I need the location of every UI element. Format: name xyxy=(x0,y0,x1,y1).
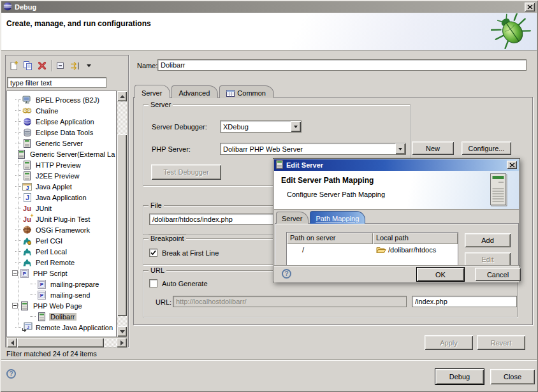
svg-text:J: J xyxy=(25,194,29,201)
tree-item-php-web-page[interactable]: PHP Web Page xyxy=(7,300,116,311)
tree-item-label[interactable]: J2EE Preview xyxy=(34,172,80,180)
dialog-close-button[interactable] xyxy=(507,161,517,169)
tree-item-label[interactable]: PHP Script xyxy=(32,270,69,277)
collapse-all-icon[interactable] xyxy=(54,59,68,73)
tree-item-label[interactable]: BPEL Process (B2J) xyxy=(34,96,101,104)
tree-item-junit[interactable]: JuJUnit xyxy=(7,203,116,214)
tree-connector xyxy=(15,175,21,176)
tree-item-eclipse-application[interactable]: Eclipse Application xyxy=(7,116,116,127)
tree-item-bpel-process-b2j-[interactable]: BPEL Process (B2J) xyxy=(7,94,116,105)
debug-button[interactable]: Debug xyxy=(435,369,484,384)
new-configuration-icon[interactable] xyxy=(7,59,21,73)
tree-item-label[interactable]: Remote Java Application xyxy=(34,324,114,331)
tree-item-junit-plug-in-test[interactable]: JuJUnit Plug-in Test xyxy=(7,214,116,224)
tab-server[interactable]: Server xyxy=(276,212,309,224)
tree-item-label[interactable]: JUnit Plug-in Test xyxy=(34,215,91,223)
osgi-icon xyxy=(22,226,33,234)
close-button[interactable]: Close xyxy=(490,369,535,384)
tab-server[interactable]: Server xyxy=(134,85,170,98)
tree-item-cha-ne[interactable]: ⚙⚙Chaîne xyxy=(7,105,116,116)
tree-item-dolibarr[interactable]: Dolibarr xyxy=(7,311,116,322)
tree-item-osgi-framework[interactable]: OSGi Framework xyxy=(7,224,116,235)
tab-common[interactable]: Common xyxy=(219,85,274,98)
tree-item-label[interactable]: Dolibarr xyxy=(49,313,76,321)
scroll-left-button[interactable] xyxy=(7,338,17,347)
apply-button[interactable]: Apply xyxy=(425,335,473,350)
tree-item-java-applet[interactable]: JJava Applet xyxy=(7,181,116,192)
scroll-right-button[interactable] xyxy=(117,338,127,347)
tree-item-label[interactable]: Perl Remote xyxy=(34,259,76,266)
tree-item-perl-local[interactable]: Perl Local xyxy=(7,246,116,257)
tree-item-label[interactable]: Eclipse Application xyxy=(34,118,96,126)
tree-connector xyxy=(15,240,21,241)
ok-button[interactable]: OK xyxy=(417,268,464,281)
tab-advanced[interactable]: Advanced xyxy=(171,85,218,98)
tree-item-php-script[interactable]: PPHP Script xyxy=(7,268,116,279)
collapse-expander-icon[interactable] xyxy=(12,270,18,276)
tree-item-label[interactable]: mailing-send xyxy=(49,291,91,299)
dialog-help-icon[interactable]: ? xyxy=(282,269,291,279)
tree-item-label[interactable]: Generic Server(External La xyxy=(29,150,116,158)
dialog-button-bar: ? OK Cancel xyxy=(274,265,520,282)
tree-item-remote-java-application[interactable]: JRemote Java Application xyxy=(7,322,116,333)
configure-server-button[interactable]: Configure... xyxy=(462,142,511,155)
scroll-down-button[interactable] xyxy=(117,326,127,337)
dialog-subheading: Configure Server Path Mapping xyxy=(287,191,385,198)
tree-item-generic-server[interactable]: Generic Server xyxy=(7,138,116,149)
tree-item-label[interactable]: Perl CGI xyxy=(34,237,64,245)
tree-item-eclipse-data-tools[interactable]: Eclipse Data Tools xyxy=(7,127,116,138)
tree-item-label[interactable]: PHP Web Page xyxy=(32,302,84,310)
scroll-thumb[interactable] xyxy=(117,134,127,316)
tree-vertical-scrollbar[interactable] xyxy=(117,91,127,337)
server-icon xyxy=(16,150,27,159)
local-path-cell: /dolibarr/htdocs xyxy=(373,244,458,256)
scroll-thumb[interactable] xyxy=(17,338,104,347)
delete-icon[interactable] xyxy=(35,59,49,73)
server-icon xyxy=(19,301,30,310)
tree-item-mailing-prepare[interactable]: Pmailing-prepare xyxy=(7,279,116,289)
tree-item-http-preview[interactable]: HTTP Preview xyxy=(7,159,116,170)
filter-status-text: Filter matched 24 of 24 items xyxy=(6,350,97,358)
filter-input[interactable] xyxy=(7,77,106,88)
filter-icon[interactable] xyxy=(68,59,82,73)
tree-item-label[interactable]: mailing-prepare xyxy=(49,280,100,288)
tab-path-mapping[interactable]: Path Mapping xyxy=(310,211,365,224)
tree-horizontal-scrollbar[interactable] xyxy=(6,337,127,348)
tree-item-label[interactable]: OSGi Framework xyxy=(34,226,91,234)
tree-item-label[interactable]: Java Application xyxy=(34,194,88,201)
duplicate-icon[interactable] xyxy=(21,59,35,73)
new-server-button[interactable]: New xyxy=(412,142,454,155)
folder-icon xyxy=(376,246,386,254)
menu-caret-icon[interactable] xyxy=(82,59,96,73)
svg-text:P: P xyxy=(23,271,27,277)
edit-mapping-button[interactable]: Edit xyxy=(465,252,511,266)
tree-item-label[interactable]: HTTP Preview xyxy=(34,161,82,169)
column-header[interactable]: Local path xyxy=(373,233,458,244)
tree-item-label[interactable]: Chaîne xyxy=(34,107,59,115)
tree-item-label[interactable]: Java Applet xyxy=(34,183,73,191)
tree-item-label[interactable]: Generic Server xyxy=(34,140,84,147)
cancel-button[interactable]: Cancel xyxy=(475,268,521,281)
tree-item-label[interactable]: JUnit xyxy=(34,205,53,212)
tree-item-j2ee-preview[interactable]: J2EE Preview xyxy=(7,170,116,181)
add-mapping-button[interactable]: Add xyxy=(465,233,511,247)
name-input[interactable] xyxy=(157,59,527,71)
help-icon[interactable]: ? xyxy=(6,369,16,379)
close-window-button[interactable] xyxy=(525,3,535,11)
window-titlebar[interactable]: Debug xyxy=(1,1,537,13)
collapse-expander-icon[interactable] xyxy=(12,303,18,309)
dialog-titlebar[interactable]: Edit Server xyxy=(274,159,519,171)
tree-item-label[interactable]: Perl Local xyxy=(34,248,68,256)
tree-item-generic-server-external-la[interactable]: Generic Server(External La xyxy=(7,149,116,159)
tree-item-perl-cgi[interactable]: Perl CGI xyxy=(7,235,116,246)
svg-text:J: J xyxy=(27,325,29,330)
revert-button[interactable]: Revert xyxy=(477,335,525,350)
column-header[interactable]: Path on server xyxy=(287,233,373,244)
tree-item-mailing-send[interactable]: Pmailing-send xyxy=(7,289,116,300)
debug-configurations-window: Debug Create, manage, and run configurat… xyxy=(0,0,538,392)
tree-item-java-application[interactable]: JJava Application xyxy=(7,192,116,203)
table-row[interactable]: //dolibarr/htdocs xyxy=(287,244,458,256)
tree-item-perl-remote[interactable]: Perl Remote xyxy=(7,257,116,268)
scroll-up-button[interactable] xyxy=(117,91,127,101)
tree-item-label[interactable]: Eclipse Data Tools xyxy=(34,129,94,136)
